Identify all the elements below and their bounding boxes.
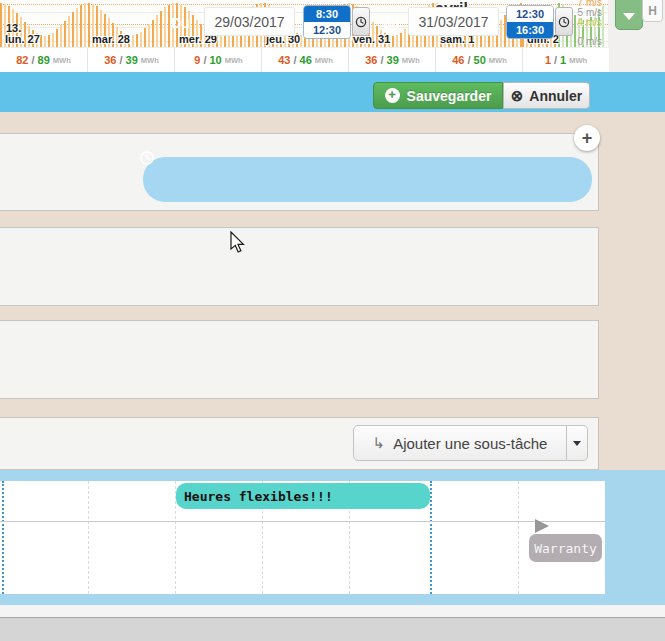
daily-total-cell[interactable]: 36/39MWh (348, 48, 436, 72)
daily-total-cell[interactable]: 36/39MWh (87, 48, 175, 72)
chart-bar (300, 35, 302, 47)
add-subtask-group: ↳ Ajouter une sous-tâche (353, 425, 588, 461)
mwh-unit: MWh (315, 56, 333, 65)
mwh-total: 46 (300, 54, 312, 66)
details-panel-1 (0, 227, 599, 306)
clock-icon (558, 16, 570, 28)
clock-icon (139, 150, 155, 166)
chart-bar (40, 35, 42, 47)
time-to-selected[interactable]: 16:30 (507, 22, 553, 38)
subtask-arrow-icon: ↳ (373, 434, 386, 452)
chart-bar (56, 29, 58, 47)
time-from-alt[interactable]: 12:30 (304, 22, 350, 38)
time-to-clock-button[interactable] (555, 7, 573, 36)
add-subtask-button[interactable]: ↳ Ajouter une sous-tâche (353, 425, 567, 461)
chart-bar (136, 34, 138, 47)
mwh-slash: / (381, 54, 384, 66)
clock-icon (355, 16, 367, 28)
time-from-selector[interactable]: 8:30 12:30 (303, 5, 351, 39)
mwh-unit: MWh (53, 56, 71, 65)
mwh-unit: MWh (402, 56, 420, 65)
daily-total-cell[interactable]: 82/89MWh (0, 48, 87, 72)
mwh-total: 1 (560, 54, 566, 66)
date-to-input[interactable]: 31/03/2017 (408, 7, 499, 36)
gantt-section: Heures flexibles!!! Warranty (0, 470, 665, 605)
window-footer-area (0, 617, 665, 641)
chart-bar (52, 33, 54, 47)
gantt-grid[interactable]: Heures flexibles!!! Warranty (0, 481, 605, 594)
chart-bar (476, 35, 478, 47)
mwh-slash: / (32, 54, 35, 66)
range-end-marker (430, 481, 432, 594)
time-to-selector[interactable]: 12:30 16:30 (506, 5, 554, 39)
chevron-down-icon (623, 13, 635, 20)
chart-bar (164, 7, 166, 47)
mwh-used: 9 (194, 54, 200, 66)
add-subtask-dropdown-button[interactable] (567, 425, 588, 461)
mwh-used: 36 (104, 54, 116, 66)
mwh-used: 1 (545, 54, 551, 66)
chart-collapse-button[interactable] (615, 0, 643, 30)
chart-bar (64, 21, 66, 47)
mwh-slash: / (120, 54, 123, 66)
chart-bar (144, 28, 146, 47)
time-from-selected[interactable]: 8:30 (304, 6, 350, 22)
chart-bar (84, 3, 86, 47)
wind-axis-label: 0 m/s (578, 36, 602, 47)
chart-bar (220, 35, 222, 47)
cancel-circle-icon: ⊗ (511, 88, 524, 103)
save-plus-icon: + (385, 88, 400, 103)
gantt-task-bar[interactable]: Heures flexibles!!! (176, 483, 430, 509)
chart-bar (152, 20, 154, 47)
drag-pointer-icon (535, 519, 549, 533)
chart-bar (48, 35, 50, 47)
mwh-unit: MWh (569, 56, 587, 65)
add-subtask-label: Ajouter une sous-tâche (393, 435, 547, 452)
time-to-alt[interactable]: 12:30 (507, 6, 553, 22)
daily-total-cell[interactable]: 46/50MWh (435, 48, 523, 72)
chart-bar (76, 8, 78, 47)
date-range-pill (143, 157, 592, 202)
date-from-label: Du (171, 0, 190, 45)
mwh-slash: / (294, 54, 297, 66)
time-from-clock-button[interactable] (352, 7, 370, 36)
caret-down-icon (573, 441, 581, 446)
chart-bar (156, 15, 158, 47)
warranty-tooltip: Warranty (529, 534, 602, 562)
mwh-slash: / (203, 54, 206, 66)
mwh-used: 46 (452, 54, 464, 66)
range-start-marker (2, 481, 4, 594)
daily-total-cell[interactable]: 9/10MWh (174, 48, 262, 72)
date-from-input[interactable]: 29/03/2017 (204, 7, 295, 36)
mwh-total: 39 (126, 54, 138, 66)
chart-bar (148, 24, 150, 47)
chart-bar (160, 11, 162, 47)
hour-view-button[interactable]: H (642, 0, 663, 22)
chart-bar (72, 12, 74, 47)
cancel-button[interactable]: ⊗ Annuler (503, 82, 590, 109)
chart-bar (140, 32, 142, 47)
chart-bar (574, 15, 576, 47)
wind-axis-label: 4 m/s (578, 17, 602, 28)
save-button[interactable]: + Sauvegarder (373, 82, 503, 109)
mwh-total: 50 (474, 54, 486, 66)
mwh-used: 82 (16, 54, 28, 66)
mwh-used: 36 (365, 54, 377, 66)
chart-bar (404, 29, 406, 47)
daily-total-cell[interactable]: 43/46MWh (261, 48, 349, 72)
mwh-total: 89 (38, 54, 50, 66)
chart-bar (602, 5, 604, 47)
add-period-button[interactable]: + (574, 125, 600, 151)
chart-bar (88, 3, 90, 47)
chart-bar (60, 25, 62, 47)
gantt-column-line (88, 481, 89, 594)
planning-app-window: 13. avril lun. 27mar. 28mer. 29jeu. 30ve… (0, 0, 665, 641)
mwh-used: 43 (278, 54, 290, 66)
mwh-slash: / (468, 54, 471, 66)
chart-bar (132, 35, 134, 47)
cancel-button-label: Annuler (529, 88, 582, 104)
chart-bar (500, 20, 502, 47)
daily-total-cell[interactable]: 1/1MWh (522, 48, 609, 72)
edit-toolbar: + Sauvegarder ⊗ Annuler (0, 72, 665, 112)
mwh-unit: MWh (141, 56, 159, 65)
